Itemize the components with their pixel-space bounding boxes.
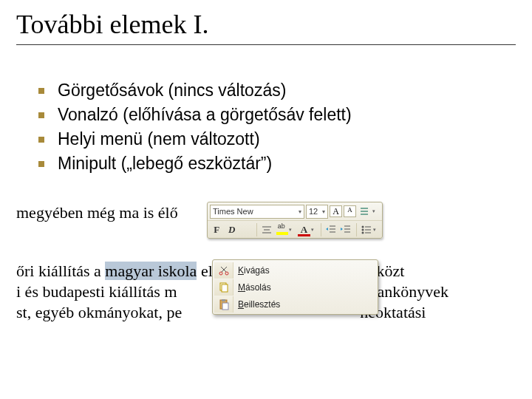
font-family-combo[interactable]: Times New ▾ [210, 205, 304, 219]
svg-line-23 [221, 267, 226, 272]
selected-text[interactable]: magyar iskola [105, 262, 197, 280]
chevron-down-icon[interactable]: ▾ [372, 208, 380, 214]
decrease-indent-icon [325, 224, 337, 236]
shrink-font-button[interactable]: A [344, 205, 356, 217]
highlight-icon [276, 225, 288, 235]
demo-line: megyében még ma is élő [16, 203, 178, 222]
highlight-button[interactable] [276, 222, 289, 237]
bullet-icon [38, 112, 44, 118]
svg-marker-13 [341, 228, 343, 231]
chevron-down-icon[interactable]: ▾ [311, 227, 318, 233]
chevron-down-icon: ▾ [322, 208, 325, 215]
bullet-icon [38, 137, 44, 143]
svg-rect-25 [222, 284, 228, 292]
bullets-button[interactable] [359, 222, 372, 237]
menu-item-label: Beillesztés [238, 299, 280, 310]
cut-menu-item[interactable]: Kivágás [214, 262, 376, 279]
bullet-icon [38, 88, 44, 94]
bullet-list: Görgetősávok (nincs változás) Vonalzó (e… [38, 81, 516, 174]
font-family-value: Times New [213, 207, 253, 216]
grow-font-button[interactable]: A [330, 205, 342, 217]
svg-point-20 [219, 272, 222, 275]
separator [356, 223, 357, 236]
font-size-value: 12 [309, 207, 318, 216]
font-color-button[interactable]: A [297, 222, 310, 237]
underline-button[interactable] [240, 222, 253, 237]
menu-item-label: Kivágás [238, 265, 270, 276]
svg-rect-28 [222, 303, 228, 310]
styles-icon [359, 205, 371, 217]
slide-title: További elemek I. [16, 9, 516, 45]
svg-point-15 [361, 228, 364, 231]
list-item: Helyi menü (nem változott) [38, 129, 516, 149]
mini-toolbar: Times New ▾ 12 ▾ A A ▾ F D [207, 202, 383, 239]
increase-indent-button[interactable] [339, 222, 352, 237]
align-center-button[interactable] [260, 222, 273, 237]
scissors-icon [214, 262, 233, 279]
svg-rect-2 [361, 214, 368, 215]
copy-menu-item[interactable]: Másolás [214, 279, 376, 296]
menu-item-label: Másolás [238, 282, 271, 293]
chevron-down-icon[interactable]: ▾ [373, 227, 380, 233]
list-item-label: Vonalzó (előhívása a görgetősáv felett) [58, 105, 352, 125]
copy-icon [214, 279, 233, 296]
svg-point-21 [225, 272, 228, 275]
italic-button[interactable]: D [225, 222, 238, 237]
svg-marker-9 [326, 228, 328, 231]
list-item-label: Minipult („lebegő eszköztár”) [58, 154, 272, 174]
svg-line-22 [222, 267, 227, 272]
chevron-down-icon: ▾ [299, 208, 301, 215]
context-menu: Kivágás Másolás Beillesztés [212, 259, 378, 315]
bullet-icon [38, 161, 44, 167]
increase-indent-icon [340, 224, 352, 236]
styles-button[interactable] [358, 204, 372, 219]
svg-rect-0 [361, 208, 368, 209]
list-item: Minipult („lebegő eszköztár”) [38, 154, 516, 174]
decrease-indent-button[interactable] [324, 222, 338, 237]
demo-text: őri kiállítás a [16, 262, 105, 280]
chevron-down-icon[interactable]: ▾ [289, 227, 296, 233]
list-item: Vonalzó (előhívása a görgetősáv felett) [38, 105, 516, 125]
bold-button[interactable]: F [210, 222, 223, 237]
font-size-combo[interactable]: 12 ▾ [306, 205, 328, 219]
list-item: Görgetősávok (nincs változás) [38, 81, 516, 100]
svg-rect-27 [222, 299, 225, 301]
align-center-icon [261, 224, 273, 236]
svg-rect-1 [361, 211, 368, 212]
paste-menu-item[interactable]: Beillesztés [214, 296, 376, 313]
paste-icon [214, 296, 233, 313]
demo-text: st, egyéb okmányokat, pe [16, 303, 182, 321]
bullets-icon [361, 224, 372, 236]
separator [321, 223, 321, 236]
list-item-label: Görgetősávok (nincs változás) [58, 81, 286, 100]
list-item-label: Helyi menü (nem változott) [58, 129, 260, 149]
svg-point-14 [361, 225, 364, 228]
demo-text: i és budapesti kiállítás m [16, 282, 177, 301]
separator [256, 223, 257, 236]
demo-text: megyében még ma is élő [16, 203, 178, 222]
svg-point-16 [361, 231, 364, 233]
